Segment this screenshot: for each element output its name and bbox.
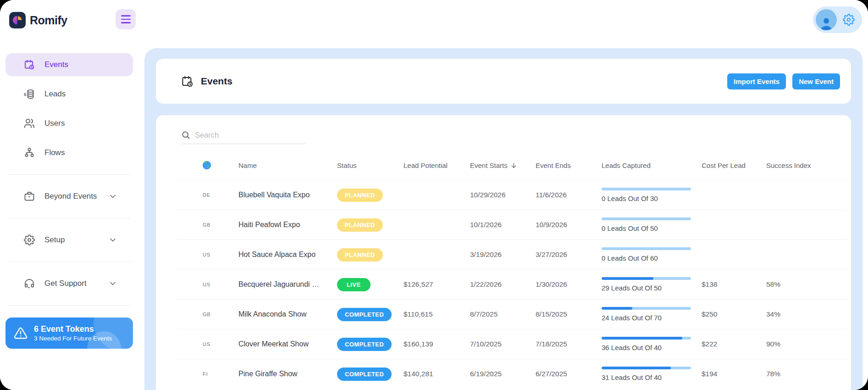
import-events-button[interactable]: Import Events bbox=[727, 73, 786, 89]
user-pill bbox=[813, 6, 862, 33]
leads-progress-bar bbox=[602, 337, 691, 340]
warning-triangle-icon bbox=[14, 326, 28, 340]
table-row[interactable]: DE Bluebell Vaquita Expo PLANNED 10/29/2… bbox=[177, 180, 847, 210]
brand-logo: Romify bbox=[9, 12, 67, 28]
leads-captured-cell: 36 Leads Out Of 40 bbox=[602, 337, 702, 351]
region-code: GB bbox=[177, 222, 238, 228]
leads-captured-cell: 0 Leads Out Of 50 bbox=[602, 217, 702, 232]
topbar: Romify bbox=[0, 0, 868, 41]
event-starts-value: 7/10/2025 bbox=[470, 340, 536, 348]
leads-progress-bar bbox=[602, 188, 691, 190]
column-header-success-index[interactable]: Success Index bbox=[766, 162, 847, 169]
table-row[interactable]: GB Milk Anaconda Show COMPLETED $110,615… bbox=[177, 299, 847, 329]
hamburger-menu-icon[interactable] bbox=[116, 9, 136, 29]
event-name: Pine Giraffe Show bbox=[238, 370, 337, 378]
search-icon bbox=[181, 130, 190, 139]
cost-per-lead-value: $138 bbox=[702, 280, 766, 289]
leads-captured-label: 29 Leads Out Of 50 bbox=[602, 284, 702, 292]
brand-name: Romify bbox=[30, 14, 67, 27]
chevron-down-icon bbox=[108, 192, 117, 201]
lead-potential-value: $126,527 bbox=[404, 280, 470, 289]
event-name: Clover Meerkat Show bbox=[238, 340, 337, 348]
sidebar-item-beyond-events[interactable]: Beyond Events bbox=[6, 185, 133, 208]
region-code: DE bbox=[177, 192, 238, 198]
token-needed-label: 3 Needed For Future Events bbox=[34, 335, 112, 342]
leads-progress-bar bbox=[602, 307, 691, 310]
column-header-name[interactable]: Name bbox=[238, 162, 337, 169]
success-index-value: 90% bbox=[766, 340, 847, 348]
gear-icon[interactable] bbox=[843, 14, 855, 26]
events-header-card: Events Import Events New Event bbox=[156, 59, 851, 104]
leads-progress-fill bbox=[602, 337, 682, 340]
cost-per-lead-value: $194 bbox=[702, 370, 766, 378]
status-badge: PLANNED bbox=[337, 248, 383, 262]
event-ends-value: 11/6/2026 bbox=[536, 191, 602, 199]
sidebar-divider bbox=[8, 305, 130, 306]
gear-icon bbox=[24, 234, 35, 245]
status-badge: COMPLETED bbox=[337, 338, 392, 351]
users-icon bbox=[24, 118, 35, 129]
status-badge: PLANNED bbox=[337, 189, 383, 202]
column-header-status[interactable]: Status bbox=[337, 162, 404, 169]
event-name: Bluebell Vaquita Expo bbox=[238, 191, 337, 199]
sidebar-item-setup[interactable]: Setup bbox=[6, 228, 133, 251]
event-name: Becquerel Jaguarundi … bbox=[238, 280, 337, 289]
sidebar-item-label: Flows bbox=[44, 148, 65, 157]
column-header-event-starts[interactable]: Event Starts bbox=[470, 162, 536, 169]
sidebar-item-leads[interactable]: $ Leads bbox=[6, 83, 133, 106]
sidebar-item-label: Beyond Events bbox=[44, 192, 97, 201]
status-badge: PLANNED bbox=[337, 218, 383, 232]
column-header-event-ends[interactable]: Event Ends bbox=[536, 162, 602, 169]
leads-progress-bar bbox=[602, 217, 691, 220]
leads-captured-cell: 29 Leads Out Of 50 bbox=[602, 277, 702, 292]
sidebar-item-flows[interactable]: Flows bbox=[6, 141, 133, 164]
lead-potential-value: $110,615 bbox=[404, 310, 470, 318]
main-content: Events Import Events New Event bbox=[144, 48, 862, 390]
table-row[interactable]: US Hot Sauce Alpaca Expo PLANNED 3/19/20… bbox=[177, 240, 847, 269]
leads-captured-cell: 0 Leads Out Of 60 bbox=[602, 247, 702, 262]
search-input[interactable] bbox=[195, 131, 291, 139]
globe-icon bbox=[202, 160, 212, 170]
status-badge: LIVE bbox=[337, 278, 370, 291]
leads-captured-label: 0 Leads Out Of 30 bbox=[602, 195, 702, 202]
page-title: Events bbox=[201, 76, 232, 87]
event-ends-value: 8/15/2025 bbox=[536, 310, 602, 318]
event-ends-value: 3/27/2026 bbox=[536, 251, 602, 259]
leads-progress-fill bbox=[602, 277, 653, 280]
lead-potential-value: $160,139 bbox=[404, 340, 470, 348]
event-name: Haiti Peafowl Expo bbox=[238, 221, 337, 229]
headset-icon bbox=[24, 278, 35, 289]
sort-desc-icon[interactable] bbox=[510, 162, 518, 169]
briefcase-icon bbox=[24, 191, 35, 202]
event-starts-value: 3/19/2026 bbox=[470, 251, 536, 259]
event-starts-value: 1/22/2026 bbox=[470, 280, 536, 289]
success-index-value: 34% bbox=[766, 310, 847, 318]
sidebar-item-label: Setup bbox=[44, 235, 65, 245]
sidebar-item-users[interactable]: Users bbox=[6, 112, 133, 135]
event-tokens-card[interactable]: 6 Event Tokens 3 Needed For Future Event… bbox=[6, 318, 133, 349]
sidebar-item-events[interactable]: Events bbox=[6, 53, 133, 76]
svg-text:$: $ bbox=[24, 92, 27, 97]
leads-captured-label: 0 Leads Out Of 60 bbox=[602, 254, 702, 262]
leads-progress-bar bbox=[602, 247, 691, 250]
status-badge: COMPLETED bbox=[337, 368, 392, 381]
column-header-leads-captured[interactable]: Leads Captured bbox=[602, 162, 702, 169]
table-row[interactable]: US Clover Meerkat Show COMPLETED $160,13… bbox=[177, 329, 847, 359]
column-header-cost-per-lead[interactable]: Cost Per Lead bbox=[702, 162, 766, 169]
table-row[interactable]: FI Pine Giraffe Show COMPLETED $140,281 … bbox=[177, 359, 847, 389]
table-row[interactable]: GB Haiti Peafowl Expo PLANNED 10/1/2026 … bbox=[177, 210, 847, 240]
org-chart-icon bbox=[24, 147, 35, 158]
table-row[interactable]: US Becquerel Jaguarundi … LIVE $126,527 … bbox=[177, 269, 847, 299]
region-code: US bbox=[177, 341, 238, 347]
event-starts-value: 10/1/2026 bbox=[470, 221, 536, 229]
new-event-button[interactable]: New Event bbox=[792, 73, 840, 89]
user-avatar-icon[interactable] bbox=[816, 9, 837, 30]
event-ends-value: 7/18/2025 bbox=[536, 340, 602, 348]
leads-captured-cell: 0 Leads Out Of 30 bbox=[602, 188, 702, 202]
leads-captured-label: 31 Leads Out Of 40 bbox=[602, 373, 702, 381]
sidebar-divider bbox=[8, 174, 130, 175]
column-header-lead-potential[interactable]: Lead Potential bbox=[404, 162, 470, 169]
sidebar-item-get-support[interactable]: Get Support bbox=[6, 272, 133, 295]
leads-progress-bar bbox=[602, 277, 691, 280]
sidebar-item-label: Leads bbox=[44, 89, 66, 99]
